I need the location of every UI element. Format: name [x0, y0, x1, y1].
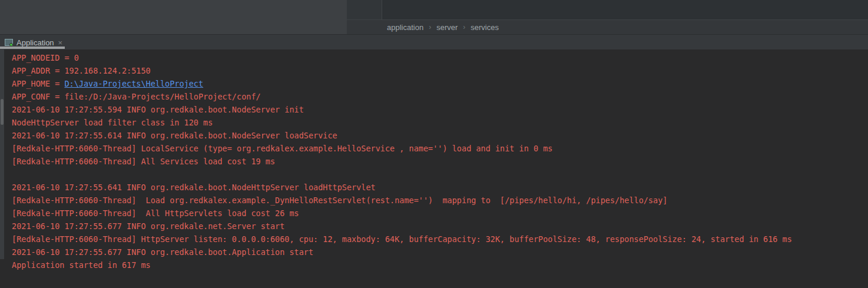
console-line: [Redkale-HTTP:6060-Thread] All Services … — [12, 155, 868, 168]
console-line: [Redkale-HTTP:6060-Thread] LocalService … — [12, 142, 868, 155]
console-line: APP_HOME = D:\Java-Projects\HelloProject — [12, 77, 868, 90]
run-tool-window: application›server›services Application … — [0, 0, 868, 288]
console-line: [Redkale-HTTP:6060-Thread] Load org.redk… — [12, 194, 868, 207]
console-line: APP_CONF = file:/D:/Java-Projects/HelloP… — [12, 90, 868, 103]
console-line: APP_NODEID = 0 — [12, 51, 868, 64]
file-link[interactable]: D:\Java-Projects\HelloProject — [64, 79, 203, 88]
console-line: 2021-06-10 17:27:55.641 INFO org.redkale… — [12, 181, 868, 194]
tab-label: Application — [16, 38, 54, 47]
top-panel-segment — [347, 0, 382, 19]
console-line — [12, 168, 868, 181]
console-tab-bar: Application × — [0, 34, 868, 50]
close-icon[interactable]: × — [58, 39, 63, 47]
editor-panel — [0, 0, 347, 34]
top-panel-right — [382, 0, 868, 19]
breadcrumb-item-services[interactable]: services — [471, 23, 499, 32]
breadcrumb-separator-icon: › — [463, 23, 465, 31]
console-output[interactable]: APP_NODEID = 0APP_ADDR = 192.168.124.2:5… — [0, 49, 868, 288]
console-line: APP_ADDR = 192.168.124.2:5150 — [12, 64, 868, 77]
console-line: [Redkale-HTTP:6060-Thread] All HttpServl… — [12, 207, 868, 220]
tab-scrollbar-thumb[interactable] — [0, 47, 65, 49]
breadcrumb: application›server›services — [347, 19, 868, 34]
run-console-icon — [4, 38, 13, 47]
console-line: 2021-06-10 17:27:55.677 INFO org.redkale… — [12, 246, 868, 259]
console-log: APP_NODEID = 0APP_ADDR = 192.168.124.2:5… — [12, 51, 868, 272]
breadcrumb-separator-icon: › — [429, 23, 431, 31]
scrollbar-thumb[interactable] — [1, 99, 4, 125]
breadcrumb-item-server[interactable]: server — [436, 23, 458, 32]
console-line: NodeHttpServer load filter class in 120 … — [12, 116, 868, 129]
breadcrumb-item-application[interactable]: application — [387, 23, 423, 32]
console-line: 2021-06-10 17:27:55.677 INFO org.redkale… — [12, 220, 868, 233]
console-line: Application started in 617 ms — [12, 259, 868, 272]
console-line: [Redkale-HTTP:6060-Thread] HttpServer li… — [12, 233, 868, 246]
console-left-gutter — [0, 49, 4, 259]
console-line: 2021-06-10 17:27:55.614 INFO org.redkale… — [12, 129, 868, 142]
console-line-text: APP_HOME = — [12, 79, 64, 88]
console-line: 2021-06-10 17:27:55.594 INFO org.redkale… — [12, 103, 868, 116]
